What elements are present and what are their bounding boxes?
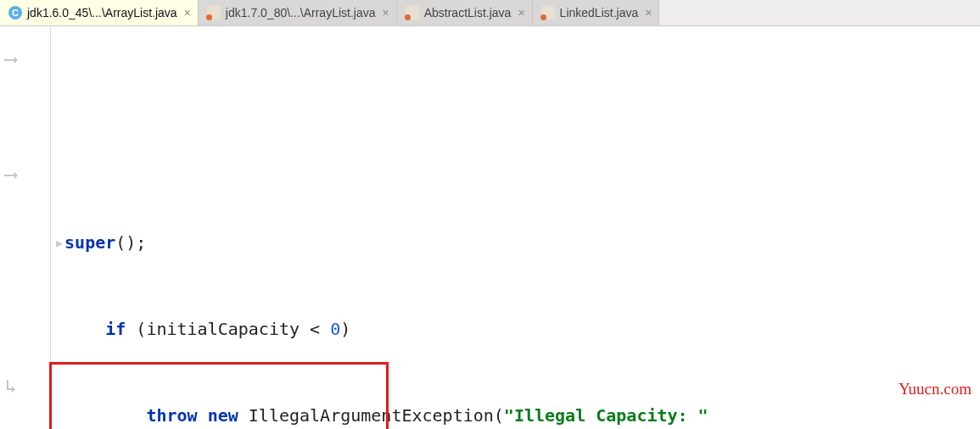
tab-linkedlist[interactable]: LinkedList.java ×	[533, 0, 660, 25]
code-line: if (initialCapacity < 0)	[54, 315, 980, 343]
code-line: throw new IllegalArgumentException("Ille…	[54, 401, 980, 429]
close-icon[interactable]: ×	[645, 7, 652, 19]
code-line	[54, 142, 980, 170]
class-icon: C	[8, 6, 22, 20]
java-icon	[207, 6, 221, 20]
close-icon[interactable]: ×	[184, 7, 191, 19]
tab-label: AbstractList.java	[424, 6, 512, 20]
tab-bar: C jdk1.6.0_45\...\ArrayList.java × jdk1.…	[0, 0, 980, 26]
arrow-icon: ⟶	[5, 45, 14, 74]
close-icon[interactable]: ×	[518, 7, 524, 19]
arrow-icon: ↳	[5, 372, 14, 401]
arrow-icon: ⟶	[5, 160, 14, 189]
tab-label: jdk1.6.0_45\...\ArrayList.java	[27, 6, 177, 20]
java-icon	[406, 6, 419, 20]
code-editor[interactable]: ⟶ ⟶ ↳ ▸super(); if (initialCapacity < 0)…	[0, 26, 980, 429]
java-icon	[541, 6, 555, 20]
tab-abstractlist[interactable]: AbstractList.java ×	[397, 0, 533, 25]
tab-arraylist-jdk7[interactable]: jdk1.7.0_80\...\ArrayList.java ×	[199, 0, 397, 25]
code-line: ▸super();	[54, 228, 980, 257]
tab-label: LinkedList.java	[560, 6, 639, 20]
watermark: Yuucn.com	[899, 380, 972, 398]
tab-label: jdk1.7.0_80\...\ArrayList.java	[226, 6, 376, 20]
close-icon[interactable]: ×	[383, 7, 389, 19]
gutter: ⟶ ⟶ ↳	[0, 26, 51, 429]
tab-arraylist-jdk6[interactable]: C jdk1.6.0_45\...\ArrayList.java ×	[0, 0, 199, 25]
